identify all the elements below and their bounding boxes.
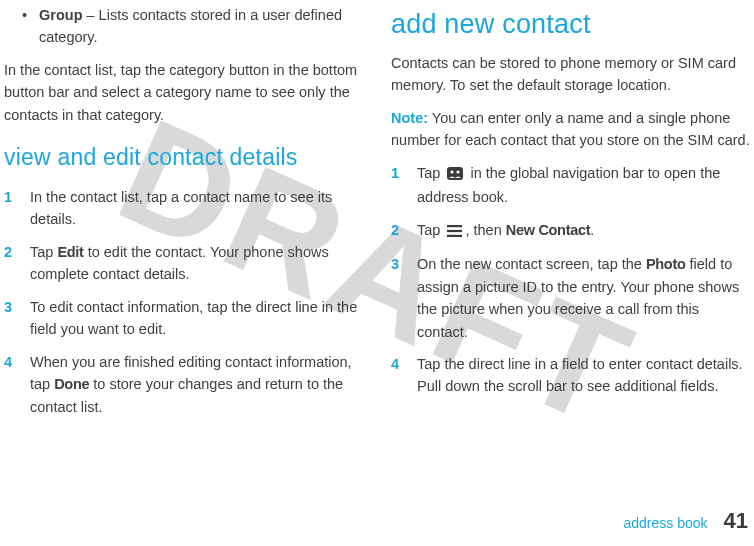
- section-add-contact: add new contact: [391, 4, 750, 46]
- menu-icon: [447, 221, 462, 243]
- step-body: When you are finished editing contact in…: [30, 351, 363, 418]
- right-step-2: 2 Tap , then New Contact.: [391, 219, 750, 243]
- step-body: Tap Edit to edit the contact. Your phone…: [30, 241, 363, 286]
- footer: address book 41: [623, 504, 748, 538]
- contacts-icon: [447, 164, 463, 186]
- footer-section-label: address book: [623, 513, 707, 535]
- step-number: 1: [391, 162, 403, 209]
- svg-point-1: [451, 170, 454, 173]
- right-step-4: 4 Tap the direct line in a field to ente…: [391, 353, 750, 398]
- step-number: 2: [4, 241, 16, 286]
- bullet-dot: •: [22, 4, 27, 49]
- left-step-1: 1 In the contact list, tap a contact nam…: [4, 186, 363, 231]
- svg-rect-0: [447, 167, 463, 180]
- left-step-3: 3 To edit contact information, tap the d…: [4, 296, 363, 341]
- svg-rect-4: [447, 230, 462, 232]
- done-label: Done: [54, 376, 89, 392]
- photo-label: Photo: [646, 256, 686, 272]
- left-step-4: 4 When you are finished editing contact …: [4, 351, 363, 418]
- new-contact-label: New Contact: [506, 222, 591, 238]
- note-body: You can enter only a name and a single p…: [391, 110, 750, 148]
- step-number: 4: [391, 353, 403, 398]
- note: Note: You can enter only a name and a si…: [391, 107, 750, 152]
- section-view-edit: view and edit contact details: [4, 140, 363, 176]
- svg-point-2: [457, 170, 460, 173]
- t: Tap: [417, 222, 444, 238]
- right-step-1: 1 Tap in the global navigation bar to op…: [391, 162, 750, 209]
- note-label: Note:: [391, 110, 428, 126]
- left-column: • Group – Lists contacts stored in a use…: [4, 4, 363, 418]
- right-column: add new contact Contacts can be stored t…: [391, 4, 750, 418]
- bullet-group: • Group – Lists contacts stored in a use…: [4, 4, 363, 49]
- t: .: [590, 222, 594, 238]
- step-body: Tap in the global navigation bar to open…: [417, 162, 750, 209]
- right-step-3: 3 On the new contact screen, tap the Pho…: [391, 253, 750, 343]
- step-number: 2: [391, 219, 403, 243]
- t: On the new contact screen, tap the: [417, 256, 646, 272]
- step-number: 3: [391, 253, 403, 343]
- footer-page-number: 41: [724, 504, 748, 538]
- svg-rect-5: [447, 234, 462, 236]
- t: Tap: [417, 165, 444, 181]
- right-para1: Contacts can be stored to phone memory o…: [391, 52, 750, 97]
- bullet-text: Group – Lists contacts stored in a user …: [39, 4, 363, 49]
- step-body: In the contact list, tap a contact name …: [30, 186, 363, 231]
- step-number: 4: [4, 351, 16, 418]
- step-number: 3: [4, 296, 16, 341]
- edit-label: Edit: [57, 244, 83, 260]
- left-step-2: 2 Tap Edit to edit the contact. Your pho…: [4, 241, 363, 286]
- step-body: Tap , then New Contact.: [417, 219, 750, 243]
- step-body: On the new contact screen, tap the Photo…: [417, 253, 750, 343]
- step-number: 1: [4, 186, 16, 231]
- bullet-label: Group: [39, 7, 83, 23]
- t: Tap: [30, 244, 57, 260]
- left-para1: In the contact list, tap the category bu…: [4, 59, 363, 126]
- bullet-rest: – Lists contacts stored in a user define…: [39, 7, 342, 45]
- step-body: To edit contact information, tap the dir…: [30, 296, 363, 341]
- t: , then: [465, 222, 505, 238]
- step-body: Tap the direct line in a field to enter …: [417, 353, 750, 398]
- page-columns: • Group – Lists contacts stored in a use…: [0, 0, 754, 418]
- svg-rect-3: [447, 225, 462, 227]
